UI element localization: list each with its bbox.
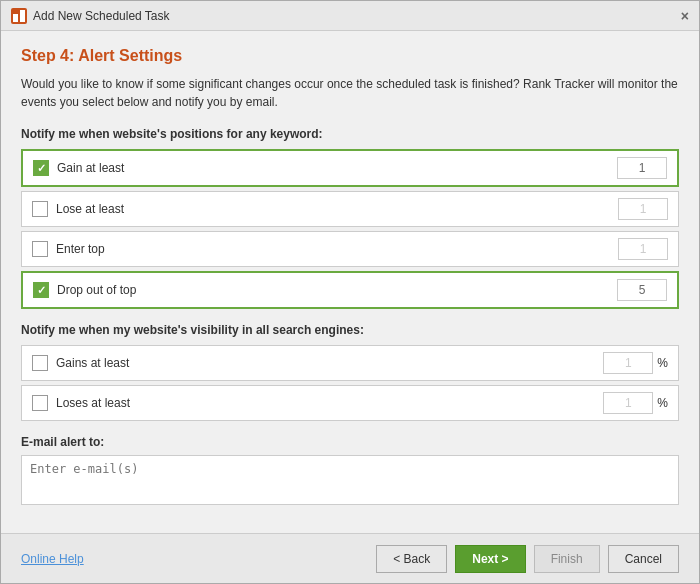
option-row-gains: Gains at least %: [21, 345, 679, 381]
next-button[interactable]: Next >: [455, 545, 525, 573]
cancel-button[interactable]: Cancel: [608, 545, 679, 573]
gains-label: Gains at least: [56, 356, 603, 370]
checkbox-dropout[interactable]: [33, 282, 49, 298]
finish-button[interactable]: Finish: [534, 545, 600, 573]
main-content: Step 4: Alert Settings Would you like to…: [1, 31, 699, 533]
title-bar: Add New Scheduled Task ×: [1, 1, 699, 31]
online-help-link[interactable]: Online Help: [21, 552, 84, 566]
option-row-lose: Lose at least: [21, 191, 679, 227]
option-row-gain: Gain at least: [21, 149, 679, 187]
gain-value-input[interactable]: [617, 157, 667, 179]
svg-rect-2: [20, 10, 25, 22]
loses-label: Loses at least: [56, 396, 603, 410]
window: Add New Scheduled Task × Step 4: Alert S…: [0, 0, 700, 584]
checkbox-lose[interactable]: [32, 201, 48, 217]
lose-label: Lose at least: [56, 202, 618, 216]
option-row-dropout: Drop out of top: [21, 271, 679, 309]
lose-value-input[interactable]: [618, 198, 668, 220]
svg-rect-1: [13, 14, 18, 22]
enter-value-input[interactable]: [618, 238, 668, 260]
title-bar-left: Add New Scheduled Task: [11, 8, 170, 24]
step-title: Step 4: Alert Settings: [21, 47, 679, 65]
enter-label: Enter top: [56, 242, 618, 256]
section2-label: Notify me when my website's visibility i…: [21, 323, 679, 337]
step-description: Would you like to know if some significa…: [21, 75, 679, 111]
checkbox-gains[interactable]: [32, 355, 48, 371]
footer-left: Online Help: [21, 552, 84, 566]
email-input[interactable]: [21, 455, 679, 505]
footer: Online Help < Back Next > Finish Cancel: [1, 533, 699, 583]
checkbox-enter[interactable]: [32, 241, 48, 257]
close-button[interactable]: ×: [681, 9, 689, 23]
email-section: E-mail alert to:: [21, 435, 679, 505]
app-icon: [11, 8, 27, 24]
back-button[interactable]: < Back: [376, 545, 447, 573]
window-title: Add New Scheduled Task: [33, 9, 170, 23]
dropout-value-input[interactable]: [617, 279, 667, 301]
gain-label: Gain at least: [57, 161, 617, 175]
footer-right: < Back Next > Finish Cancel: [376, 545, 679, 573]
loses-percent: %: [657, 396, 668, 410]
email-label: E-mail alert to:: [21, 435, 679, 449]
loses-value-input[interactable]: [603, 392, 653, 414]
checkbox-gain[interactable]: [33, 160, 49, 176]
gains-value-input[interactable]: [603, 352, 653, 374]
dropout-label: Drop out of top: [57, 283, 617, 297]
section1-label: Notify me when website's positions for a…: [21, 127, 679, 141]
option-row-loses: Loses at least %: [21, 385, 679, 421]
option-row-enter: Enter top: [21, 231, 679, 267]
gains-percent: %: [657, 356, 668, 370]
checkbox-loses[interactable]: [32, 395, 48, 411]
